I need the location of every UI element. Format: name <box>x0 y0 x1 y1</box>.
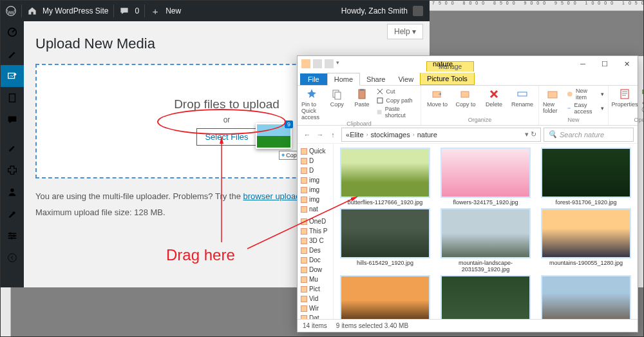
qat-props-icon[interactable] <box>313 59 322 68</box>
ribbon-tabs: File Home Share View Picture Tools <box>298 72 638 86</box>
tree-item[interactable]: img <box>299 195 332 204</box>
avatar-icon[interactable] <box>413 6 423 16</box>
tree-item[interactable]: Vid <box>299 294 332 303</box>
back-button[interactable]: ← <box>301 129 313 140</box>
search-input[interactable]: 🔍Search nature <box>544 128 634 142</box>
file-thumbnail[interactable]: mountain-landscape-2031539_1920.jpg <box>438 208 533 273</box>
tree-item[interactable]: img <box>299 175 332 185</box>
tree-item[interactable]: Pict <box>299 284 332 294</box>
up-button[interactable]: ↑ <box>327 129 339 140</box>
tree-item[interactable]: D <box>299 166 332 175</box>
svg-point-11 <box>10 237 13 240</box>
svg-point-9 <box>10 233 12 235</box>
sidebar-plugins[interactable] <box>1 159 24 181</box>
pin-button[interactable]: Pin to Quick access <box>301 88 323 120</box>
sidebar-settings[interactable] <box>1 225 24 247</box>
svg-rect-20 <box>461 91 469 97</box>
tree-item[interactable]: Doc <box>299 255 332 265</box>
qat-new-icon[interactable] <box>325 59 334 68</box>
wordpress-logo-icon[interactable] <box>6 6 16 16</box>
file-thumbnail[interactable]: mountains-1761292_1920.jpg <box>337 275 433 319</box>
new-link[interactable]: New <box>166 6 181 15</box>
sidebar-media[interactable] <box>1 65 24 87</box>
tree-item[interactable]: Mu <box>299 274 332 284</box>
properties-button[interactable]: Properties <box>612 88 637 108</box>
tab-view[interactable]: View <box>392 73 420 85</box>
tab-home[interactable]: Home <box>327 73 360 86</box>
tree-item[interactable]: Des <box>299 246 332 255</box>
sidebar-posts[interactable] <box>1 43 24 65</box>
forward-button[interactable]: → <box>314 129 326 140</box>
tree-item[interactable]: D <box>299 156 332 166</box>
tree-item[interactable]: Wir <box>299 303 332 313</box>
svg-rect-15 <box>359 90 365 99</box>
folder-icon <box>301 59 310 68</box>
file-explorer-window: ▾ Manage nature ─ ☐ ✕ File Home Share Vi… <box>297 55 638 332</box>
home-icon[interactable] <box>27 6 37 16</box>
copy-to-button[interactable]: Copy to <box>453 88 478 108</box>
file-thumbnail[interactable]: nature-3082832_1920.jpg <box>438 275 533 319</box>
tree-item[interactable]: Dat <box>299 313 332 319</box>
sidebar-users[interactable] <box>1 181 24 203</box>
ribbon: Pin to Quick access Copy Paste Cut Copy … <box>298 86 638 126</box>
open-button[interactable]: Open ▾ <box>641 88 644 95</box>
copy-button[interactable]: Copy <box>327 88 348 108</box>
tree-item[interactable]: nat <box>299 204 332 214</box>
tree-item[interactable]: Dow <box>299 265 332 274</box>
delete-button[interactable]: Delete <box>482 88 506 108</box>
paste-shortcut-button[interactable]: Paste shortcut <box>376 106 417 119</box>
close-button[interactable]: ✕ <box>616 56 638 72</box>
easy-access-button[interactable]: Easy access ▾ <box>566 102 604 115</box>
sidebar-comments[interactable] <box>1 109 24 131</box>
copy-path-button[interactable]: Copy path <box>376 97 417 104</box>
file-thumbnail[interactable]: forest-931706_1920.jpg <box>538 148 634 206</box>
nav-tree[interactable]: QuickDDimgimgimgnatOneDThis P3D CDesDocD… <box>298 144 334 319</box>
sidebar-dashboard[interactable] <box>1 21 24 43</box>
svg-rect-14 <box>335 92 341 99</box>
file-tab[interactable]: File <box>300 73 327 85</box>
new-folder-button[interactable]: New folder <box>543 88 562 114</box>
move-to-button[interactable]: Move to <box>425 88 450 108</box>
file-thumbnail[interactable]: flowers-324175_1920.jpg <box>438 148 533 206</box>
plus-icon[interactable]: + <box>150 6 160 16</box>
comment-icon[interactable] <box>119 6 129 16</box>
howdy-user[interactable]: Howdy, Zach Smith <box>341 6 408 15</box>
site-title[interactable]: My WordPress Site <box>43 6 108 15</box>
rename-button[interactable]: Rename <box>510 88 535 108</box>
maximize-button[interactable]: ☐ <box>594 56 616 72</box>
select-files-button[interactable]: Select Files <box>196 128 256 146</box>
ruler-top: 7500 8000 8500 9000 9500 10000 10500 110… <box>430 1 643 11</box>
tree-item[interactable]: img <box>299 185 332 195</box>
comment-count[interactable]: 0 <box>135 6 139 15</box>
sidebar-pages[interactable] <box>1 87 24 109</box>
address-bar[interactable]: « Elite›stockimages›nature ▾ ↻ <box>341 128 541 142</box>
file-name: hills-615429_1920.jpg <box>357 260 413 266</box>
svg-rect-16 <box>360 89 364 91</box>
tab-share[interactable]: Share <box>360 73 392 85</box>
file-thumbnail[interactable]: mountains-190055_1280.jpg <box>538 208 634 273</box>
file-thumbnail[interactable]: butterflies-1127666_1920.jpg <box>337 148 433 206</box>
drag-preview: 9 <box>256 123 292 149</box>
paste-button[interactable]: Paste <box>352 88 373 108</box>
explorer-titlebar[interactable]: ▾ Manage nature ─ ☐ ✕ <box>298 56 638 72</box>
tree-item[interactable]: OneD <box>299 217 332 226</box>
new-item-button[interactable]: New item ▾ <box>566 88 604 101</box>
tree-item[interactable]: 3D C <box>299 236 332 246</box>
file-thumbnail[interactable]: railroad-163518_1280.jpg <box>538 275 634 319</box>
svg-rect-21 <box>518 92 527 96</box>
history-button[interactable]: History <box>641 106 644 113</box>
tree-item[interactable]: This P <box>299 226 332 236</box>
file-thumbnail[interactable]: hills-615429_1920.jpg <box>337 208 433 273</box>
tab-picture-tools[interactable]: Picture Tools <box>420 73 475 85</box>
tree-item[interactable]: Quick <box>299 146 332 156</box>
drop-text: Drop files to upload <box>174 97 279 111</box>
sidebar-collapse[interactable] <box>1 247 24 269</box>
sidebar-tools[interactable] <box>1 203 24 225</box>
edit-button[interactable]: Edit <box>641 97 644 104</box>
quick-access-toolbar[interactable]: ▾ <box>298 59 349 68</box>
sidebar-appearance[interactable] <box>1 137 24 159</box>
minimize-button[interactable]: ─ <box>572 56 594 72</box>
help-tab[interactable]: Help ▾ <box>387 24 423 39</box>
cut-button[interactable]: Cut <box>376 88 417 95</box>
file-name: mountain-landscape-2031539_1920.jpg <box>438 260 533 273</box>
